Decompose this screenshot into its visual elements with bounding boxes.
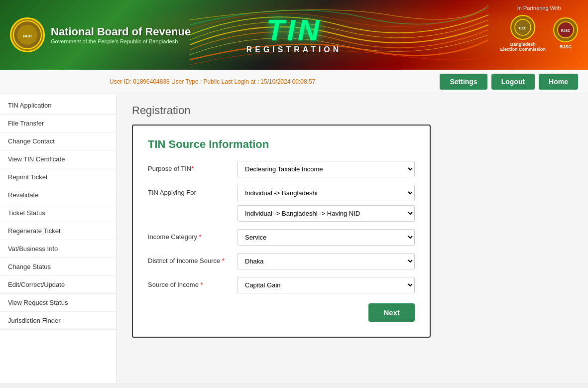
bec-label: BangladeshElection Commission xyxy=(500,42,546,52)
logo-text: National Board of Revenue Government of … xyxy=(51,25,191,44)
settings-button[interactable]: Settings xyxy=(440,74,487,90)
logout-button[interactable]: Logout xyxy=(491,74,535,90)
tin-label: TIN xyxy=(246,15,342,45)
main-layout: TIN Application File Transfer Change Con… xyxy=(0,94,588,383)
district-select[interactable]: Dhaka Chittagong Sylhet xyxy=(237,253,415,269)
purpose-select[interactable]: Declearing Taxable Income Other xyxy=(237,161,415,177)
form-card: TIN Source Information Purpose of TIN* D… xyxy=(132,125,431,338)
purpose-row: Purpose of TIN* Declearing Taxable Incom… xyxy=(148,161,415,177)
org-subname: Government of the People's Republic of B… xyxy=(51,38,191,44)
sidebar-item-vat-business-info[interactable]: Vat/Business Info xyxy=(0,240,117,258)
svg-text:RJSC: RJSC xyxy=(561,29,571,32)
sidebar-item-change-status[interactable]: Change Status xyxy=(0,258,117,276)
sidebar-item-edit-correct-update[interactable]: Edit/Correct/Update xyxy=(0,276,117,294)
purpose-label: Purpose of TIN* xyxy=(148,161,230,172)
income-category-label: Income Category * xyxy=(148,229,230,241)
district-required: * xyxy=(220,257,225,264)
logo-section: NBR National Board of Revenue Government… xyxy=(10,17,191,52)
svg-text:NBR: NBR xyxy=(23,34,32,38)
sidebar: TIN Application File Transfer Change Con… xyxy=(0,94,117,383)
source-select[interactable]: Capital Gain Salary Business xyxy=(237,277,415,293)
tin-applying-b-select[interactable]: Individual -> Bangladeshi -> Having NID … xyxy=(237,205,415,222)
tin-applying-row: TIN Applying For Individual -> Banglades… xyxy=(148,185,415,222)
registration-label: REGISTRATION xyxy=(246,45,342,54)
purpose-required: * xyxy=(191,165,194,172)
source-required: * xyxy=(199,281,203,288)
rjsc-logo-circle: RJSC xyxy=(553,17,578,42)
svg-text:BEC: BEC xyxy=(519,26,527,30)
income-category-required: * xyxy=(197,233,202,241)
header: NBR National Board of Revenue Government… xyxy=(0,0,588,70)
sidebar-item-view-request-status[interactable]: View Request Status xyxy=(0,294,117,312)
tin-applying-a-select[interactable]: Individual -> Bangladeshi Other xyxy=(237,185,415,201)
sidebar-item-view-tin-certificate[interactable]: View TIN Certificate xyxy=(0,150,117,168)
sidebar-item-jurisdiction-finder[interactable]: Jurisdiction Finder xyxy=(0,312,117,330)
tin-title: TIN REGISTRATION xyxy=(246,15,342,54)
income-category-select[interactable]: Service Business Other xyxy=(237,229,415,246)
next-button[interactable]: Next xyxy=(368,303,415,322)
district-row: District of Income Source * Dhaka Chitta… xyxy=(148,253,415,269)
form-card-title: TIN Source Information xyxy=(148,138,415,151)
sidebar-item-regenerate-ticket[interactable]: Regenerate Ticket xyxy=(0,222,117,240)
partner-logos: BEC BangladeshElection Commission RJSC R… xyxy=(500,15,578,52)
user-info: User ID: 01896404838 User Type : Public … xyxy=(110,78,315,85)
partner-heading: In Partnering With xyxy=(500,5,578,11)
source-label: Source of Income * xyxy=(148,277,230,288)
partner-logo-bec: BEC BangladeshElection Commission xyxy=(500,15,546,52)
tin-applying-label: TIN Applying For xyxy=(148,185,230,196)
partner-section: In Partnering With BEC BangladeshElectio… xyxy=(500,5,578,52)
district-label: District of Income Source * xyxy=(148,253,230,264)
sidebar-item-ticket-status[interactable]: Ticket Status xyxy=(0,204,117,222)
top-nav: User ID: 01896404838 User Type : Public … xyxy=(0,70,588,94)
income-category-row: Income Category * Service Business Other xyxy=(148,229,415,246)
sidebar-item-reprint-ticket[interactable]: Reprint Ticket xyxy=(0,168,117,186)
tin-applying-sub: Individual -> Bangladeshi Other Individu… xyxy=(237,185,415,222)
bec-logo-circle: BEC xyxy=(510,15,535,40)
content-area: Registration TIN Source Information Purp… xyxy=(117,94,588,383)
sidebar-item-change-contact[interactable]: Change Contact xyxy=(0,132,117,150)
rjsc-label: RJSC xyxy=(560,44,572,49)
org-name: National Board of Revenue xyxy=(51,25,191,38)
source-row: Source of Income * Capital Gain Salary B… xyxy=(148,277,415,293)
page-title: Registration xyxy=(132,104,573,117)
home-button[interactable]: Home xyxy=(539,74,578,90)
sidebar-item-tin-application[interactable]: TIN Application xyxy=(0,97,117,115)
sidebar-item-revalidate[interactable]: Revalidate xyxy=(0,186,117,204)
partner-logo-rjsc: RJSC RJSC xyxy=(553,17,578,49)
sidebar-item-file-transfer[interactable]: File Transfer xyxy=(0,115,117,132)
nbr-logo: NBR xyxy=(10,17,45,52)
